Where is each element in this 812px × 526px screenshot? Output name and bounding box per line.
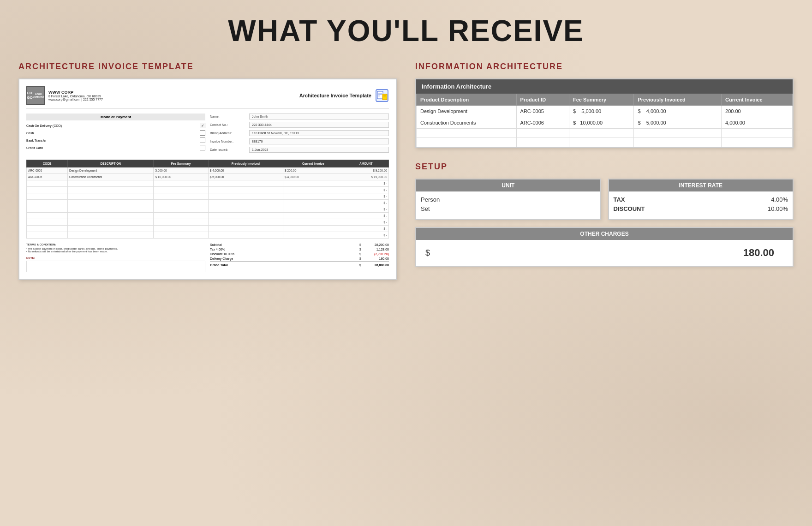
ia-row-2: Construction Documents ARC-0006 $ 10,000… — [417, 117, 793, 129]
row1-curr: $ 200.00 — [283, 167, 343, 174]
tax-currency: $ — [359, 248, 361, 251]
row2-prev: $ 5,000.00 — [208, 174, 283, 180]
invoice-num-label: Invoice Number: — [210, 140, 247, 143]
table-row: ARC-0006 Construction Documents $ 10,000… — [27, 174, 389, 180]
bank-label: Bank Transfer — [26, 139, 47, 142]
address-label: Billing Address: — [210, 132, 247, 135]
summary-section: Subtotal $ 28,200.00 Tax 4.00% $ 1,128.0… — [210, 243, 389, 272]
table-row: $ - — [27, 187, 389, 193]
col-description: DESCRIPTION — [68, 160, 154, 167]
invoice-number: 888176 — [249, 138, 389, 144]
contact-label: Contact No.: — [210, 123, 247, 126]
discount-interest-row: DISCOUNT 10.00% — [614, 205, 788, 212]
credit-label: Credit Card — [26, 146, 43, 149]
ia-row2-id: ARC-0006 — [516, 117, 569, 129]
ia-row-empty-1 — [417, 129, 793, 138]
note-section: NOTE: — [26, 257, 205, 272]
ia-row2-prev: $ 5,000.00 — [634, 117, 722, 129]
interest-card: INTEREST RATE TAX 4.00% DISCOUNT 10.00% — [608, 179, 794, 220]
table-row: $ - — [27, 193, 389, 200]
note-box — [26, 261, 205, 272]
delivery-label: Delivery Charge — [210, 257, 233, 260]
client-fields: Name: John Smith Contact No.: 222 333 44… — [210, 114, 389, 155]
info-arch-title: INFORMATION ARCHITECTURE — [415, 62, 794, 72]
table-row: $ - — [27, 200, 389, 206]
tax-interest-row: TAX 4.00% — [614, 196, 788, 203]
date-row: Date Issued: 1-Jun-2023 — [210, 147, 389, 153]
ia-col-product-desc: Product Description — [417, 94, 517, 106]
tax-label: Tax 4.00% — [210, 248, 225, 251]
delivery-currency: $ — [359, 257, 361, 260]
row2-code: ARC-0006 — [27, 174, 68, 180]
payment-row-cash: Cash — [26, 130, 205, 136]
bank-checkbox[interactable] — [200, 137, 205, 143]
payment-client-grid: Mode of Payment Cash On Delivery (COD) ✓… — [26, 114, 389, 155]
client-name: John Smith — [249, 114, 389, 120]
invoice-table: CODE DESCRIPTION Fee Summary Previously … — [26, 160, 389, 239]
table-row: $ - — [27, 226, 389, 232]
logo-section: LOGOLOGO COMPANY WWW CORP 8 Forest Lake,… — [26, 86, 103, 105]
discount-row: Discount 10.00% $ (2,707.20) — [210, 252, 389, 256]
content-grid: ARCHITECTURE INVOICE TEMPLATE LOGOLOGO C… — [18, 62, 794, 280]
payment-row-credit: Credit Card — [26, 145, 205, 150]
table-row: $ - — [27, 232, 389, 239]
total-currency: $ — [359, 263, 361, 267]
interest-header: INTEREST RATE — [609, 179, 793, 191]
ia-row-empty-2 — [417, 138, 793, 147]
company-name: WWW CORP — [48, 90, 103, 95]
ia-row1-desc: Design Development — [417, 106, 517, 117]
col-prev-invoiced: Previously Invoiced — [208, 160, 283, 167]
ia-col-prev-invoiced: Previously Invoiced — [634, 94, 722, 106]
cash-checkbox[interactable] — [200, 130, 205, 136]
discount-label: Discount 10.00% — [210, 252, 234, 256]
row2-desc: Construction Documents — [68, 174, 154, 180]
delivery-amount: 180.00 — [364, 257, 389, 260]
client-contact: 222 333 4444 — [249, 122, 389, 128]
total-value: $ 26,800.80 — [359, 263, 389, 267]
ia-row1-curr: 200.00 — [722, 106, 793, 117]
payment-section: Mode of Payment Cash On Delivery (COD) ✓… — [26, 114, 205, 155]
logo-box: LOGOLOGO COMPANY — [26, 86, 45, 105]
terms-line2: • No refunds will be entertained after t… — [26, 250, 205, 253]
setup-section: SETUP UNIT Person Set INTEREST RATE — [415, 162, 794, 267]
invoice-title-section: Architecture Invoice Template — [299, 89, 389, 102]
info-arch-card: Information Architecture Product Descrip… — [415, 78, 794, 148]
unit-body: Person Set — [416, 191, 600, 219]
date-value: 1-Jun-2023 — [249, 147, 389, 153]
info-arch-table: Product Description Product ID Fee Summe… — [416, 94, 793, 147]
col-amount: AMOUNT — [343, 160, 389, 167]
subtotal-currency: $ — [359, 243, 361, 246]
payment-row-bank: Bank Transfer — [26, 137, 205, 143]
terms-title: TERMS & CONDITION: — [26, 243, 205, 246]
ia-col-fee-summery: Fee Summery — [569, 94, 633, 106]
other-charges-card: OTHER CHARGES $ 180.00 — [415, 227, 794, 267]
name-label: Name: — [210, 115, 247, 118]
delivery-row: Delivery Charge $ 180.00 — [210, 257, 389, 260]
cod-checkbox[interactable]: ✓ — [200, 123, 205, 128]
cod-label: Cash On Delivery (COD) — [26, 124, 62, 127]
total-label: Grand Total — [210, 263, 228, 267]
tax-row: Tax 4.00% $ 1,128.00 — [210, 248, 389, 251]
row1-prev: $ 4,000.00 — [208, 167, 283, 174]
main-title: WHAT YOU'LL RECEIVE — [18, 14, 794, 48]
invoice-icon — [375, 89, 389, 102]
table-row: $ - — [27, 180, 389, 187]
discount-value: $ (2,707.20) — [359, 252, 389, 256]
ia-col-product-id: Product ID — [516, 94, 569, 106]
unit-set: Set — [421, 205, 596, 212]
invoice-footer: TERMS & CONDITION: • We accept payment i… — [26, 243, 389, 272]
info-arch-header: Information Architecture — [416, 79, 793, 94]
row1-desc: Design Development — [68, 167, 154, 174]
cash-label: Cash — [26, 132, 34, 135]
left-section: ARCHITECTURE INVOICE TEMPLATE LOGOLOGO C… — [18, 62, 397, 280]
discount-amount: (2,707.20) — [364, 252, 389, 256]
other-charges-amount: 180.00 — [743, 247, 774, 259]
ia-row1-id: ARC-0005 — [516, 106, 569, 117]
credit-checkbox[interactable] — [200, 145, 205, 150]
terms-section: TERMS & CONDITION: • We accept payment i… — [26, 243, 205, 272]
col-current-invoice: Current Invoice — [283, 160, 343, 167]
setup-title: SETUP — [415, 162, 794, 172]
row1-code: ARC-0005 — [27, 167, 68, 174]
company-address: 8 Forest Lake, Oklahoma, OK 68339 — [48, 95, 103, 98]
total-row: Grand Total $ 26,800.80 — [210, 262, 389, 267]
